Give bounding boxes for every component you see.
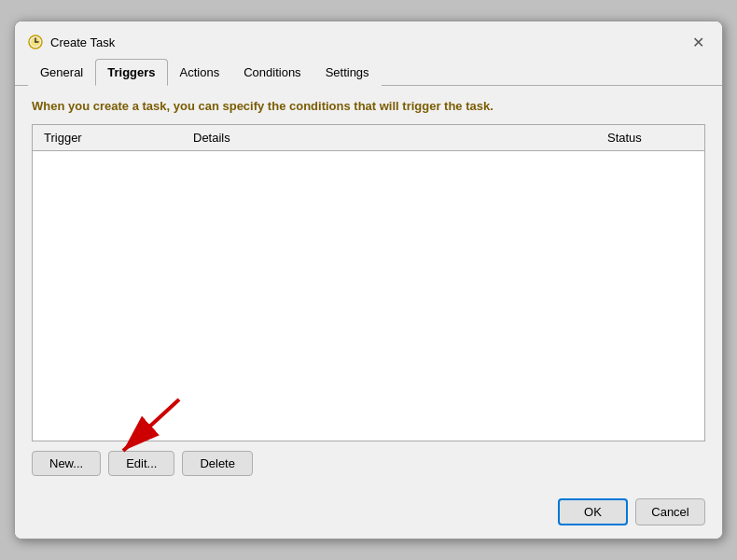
new-button[interactable]: New... (32, 451, 101, 476)
table-body (33, 151, 704, 439)
title-bar-left: Create Task (28, 35, 115, 49)
ok-button[interactable]: OK (558, 498, 628, 525)
info-text: When you create a task, you can specify … (32, 99, 705, 113)
triggers-table: Trigger Details Status (32, 124, 705, 441)
create-task-dialog: Create Task ✕ General Triggers Actions C… (14, 21, 723, 539)
column-trigger: Trigger (40, 129, 189, 147)
tab-general[interactable]: General (28, 59, 95, 86)
edit-button[interactable]: Edit... (108, 451, 174, 476)
close-button[interactable]: ✕ (687, 31, 709, 53)
main-content: When you create a task, you can specify … (15, 86, 722, 489)
tab-bar: General Triggers Actions Conditions Sett… (15, 59, 722, 86)
tab-settings[interactable]: Settings (313, 59, 382, 86)
cancel-button[interactable]: Cancel (635, 498, 705, 525)
action-buttons: New... Edit... Delete (32, 451, 705, 476)
column-status: Status (604, 129, 697, 147)
column-details: Details (189, 129, 604, 147)
delete-button[interactable]: Delete (182, 451, 253, 476)
dialog-title: Create Task (50, 35, 115, 49)
tab-actions[interactable]: Actions (168, 59, 232, 86)
title-bar: Create Task ✕ (15, 21, 722, 59)
footer: OK Cancel (15, 489, 722, 539)
tab-conditions[interactable]: Conditions (231, 59, 313, 86)
tab-triggers[interactable]: Triggers (95, 59, 167, 86)
dialog-icon (28, 35, 43, 49)
table-header: Trigger Details Status (33, 125, 704, 151)
